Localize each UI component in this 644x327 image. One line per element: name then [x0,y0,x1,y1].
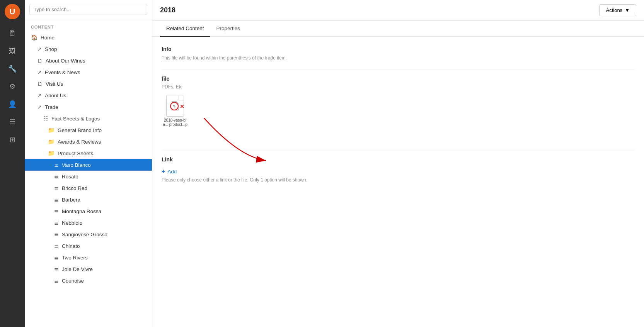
content-label: CONTENT [25,19,152,32]
sidebar-label-two-rivers: Two Rivers [62,255,88,261]
list-item-icon9: ≣ [54,254,59,261]
tab-properties[interactable]: Properties [210,21,247,37]
sidebar-item-product-sheets[interactable]: 📁 Product Sheets [25,147,152,159]
sidebar-item-events-news[interactable]: ↗ Events & News [25,66,152,78]
doc-icon: 🗋 [37,58,43,64]
sidebar-label-about-our-wines: About Our Wines [46,58,85,64]
list-item-icon5: ≣ [54,208,59,214]
info-section-description: This file will be found within the paren… [162,54,635,61]
link-description: Please only choose either a link or the … [162,176,635,183]
folder-icon-general: 📁 [48,127,55,133]
sidebar-label-bricco-red: Bricco Red [62,185,87,191]
sidebar-label-chinato: Chinato [62,243,80,249]
sidebar-label-trade: Trade [45,104,58,110]
list-item-icon8: ≣ [54,243,59,249]
sidebar-label-joie-de-vivre: Joie De Vivre [62,266,93,272]
sidebar-label-home: Home [41,35,55,41]
sidebar-item-vaso-bianco[interactable]: ≣ Vaso Bianco [25,159,152,171]
link-icon: ↗ [37,69,42,75]
main-header: 2018 Actions ▼ [152,0,644,21]
list-item-icon: ≣ [54,162,59,168]
app-logo[interactable]: U [5,4,20,19]
link-section: Link + Add Please only choose either a l… [162,156,635,183]
search-bar [25,0,152,19]
user-nav-icon[interactable]: 👤 [5,97,20,112]
folder-icon-awards: 📁 [48,139,55,145]
file-edit-button[interactable]: ✎ [170,102,179,110]
sidebar-item-two-rivers[interactable]: ≣ Two Rivers [25,252,152,263]
file-section: file PDFs, Etc 2018-vaso-bia... product.… [162,76,635,127]
info-section-title: Info [162,46,635,52]
doc-icon2: 🗋 [37,81,43,87]
sidebar-label-events-news: Events & News [45,69,80,75]
gear-nav-icon[interactable]: ⚙ [5,79,20,94]
sidebar-item-sangiovese-grosso[interactable]: ≣ Sangiovese Grosso [25,229,152,240]
sidebar-label-awards-reviews: Awards & Reviews [58,139,101,145]
folder-icon-product: 📁 [48,150,55,156]
file-thumbnail: 2018-vaso-bia... product...p [162,95,189,127]
image-nav-icon[interactable]: 🖼 [5,43,20,59]
sidebar-item-about-us[interactable]: ↗ About Us [25,90,152,101]
list-item-icon2: ≣ [54,173,59,180]
sidebar-label-vaso-bianco: Vaso Bianco [62,162,91,168]
list-nav-icon[interactable]: ☰ [5,114,20,130]
sidebar-item-chinato[interactable]: ≣ Chinato [25,240,152,252]
link-icon3: ↗ [37,104,42,110]
sidebar-item-visit-us[interactable]: 🗋 Visit Us [25,78,152,90]
actions-button[interactable]: Actions ▼ [599,4,636,16]
list-item-icon7: ≣ [54,231,59,237]
sidebar-label-sangiovese-grosso: Sangiovese Grosso [62,232,107,237]
tool-nav-icon[interactable]: 🔧 [5,61,20,76]
sidebar-item-general-brand-info[interactable]: 📁 General Brand Info [25,124,152,136]
divider1 [162,69,635,69]
sidebar-item-awards-reviews[interactable]: 📁 Awards & Reviews [25,136,152,147]
actions-chevron-icon: ▼ [625,7,630,13]
tab-related-content[interactable]: Related Content [160,21,210,37]
sidebar-item-nebbiolo[interactable]: ≣ Nebbiolo [25,217,152,229]
sidebar-item-counoise[interactable]: ≣ Counoise [25,275,152,286]
sidebar-item-bricco-red[interactable]: ≣ Bricco Red [25,182,152,194]
file-sublabel: PDFs, Etc [162,84,635,90]
sidebar-label-montagna-rossa: Montagna Rossa [62,208,101,214]
sidebar-item-barbera[interactable]: ≣ Barbera [25,194,152,205]
external-link-icon: ↗ [37,46,42,52]
list-icon: ☷ [43,115,48,122]
sidebar-item-shop[interactable]: ↗ Shop [25,43,152,55]
sidebar-label-nebbiolo: Nebbiolo [62,220,82,226]
main-body: Info This file will be found within the … [152,37,644,327]
sidebar-item-rosato[interactable]: ≣ Rosato [25,171,152,182]
tabs-bar: Related Content Properties [152,21,644,37]
nav-tree: 🏠 Home ↗ Shop 🗋 About Our Wines ↗ Events… [25,32,152,327]
sidebar-label-product-sheets: Product Sheets [58,151,93,156]
add-label: Add [167,169,177,175]
list-item-icon6: ≣ [54,220,59,226]
grid-nav-icon[interactable]: ⊞ [5,132,20,147]
home-icon: 🏠 [31,34,37,41]
sidebar-item-fact-sheets[interactable]: ☷ Fact Sheets & Logos [25,113,152,124]
sidebar-item-home[interactable]: 🏠 Home [25,32,152,43]
file-thumb-area: 2018-vaso-bia... product...p ✎ ✕ [162,95,635,127]
sidebar-item-trade[interactable]: ↗ Trade [25,101,152,113]
plus-icon: + [162,168,165,175]
add-link-button[interactable]: + Add [162,168,177,175]
list-item-icon4: ≣ [54,197,59,203]
sidebar-label-rosato: Rosato [62,174,78,180]
sidebar-item-joie-de-vivre[interactable]: ≣ Joie De Vivre [25,263,152,275]
file-name-label: 2018-vaso-bia... product...p [162,118,189,127]
sidebar-label-general-brand-info: General Brand Info [58,127,102,133]
sidebar-label-about-us: About Us [45,93,66,98]
main-content: 2018 Actions ▼ Related Content Propertie… [152,0,644,327]
sidebar-label-counoise: Counoise [62,278,84,284]
sidebar-label-barbera: Barbera [62,197,80,203]
link-section-title: Link [162,156,635,163]
link-icon2: ↗ [37,92,42,98]
page-title: 2018 [160,6,599,14]
search-input[interactable] [29,4,147,15]
file-delete-button[interactable]: ✕ [180,104,184,109]
list-item-icon3: ≣ [54,185,59,191]
sidebar-item-montagna-rossa[interactable]: ≣ Montagna Rossa [25,205,152,217]
sidebar-label-fact-sheets: Fact Sheets & Logos [51,116,100,122]
list-item-icon10: ≣ [54,266,59,272]
page-nav-icon[interactable]: 🖹 [5,25,20,41]
sidebar-item-about-our-wines[interactable]: 🗋 About Our Wines [25,55,152,66]
